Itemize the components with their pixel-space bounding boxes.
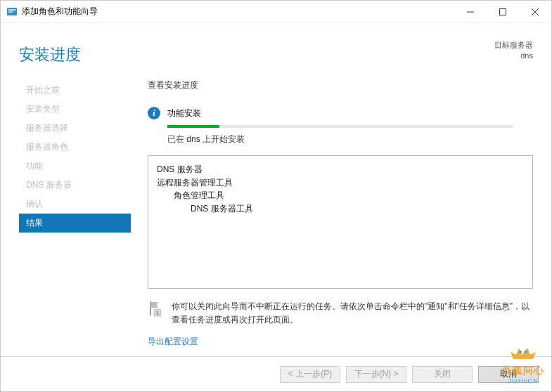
titlebar: 添加角色和功能向导 <box>1 1 551 23</box>
content-pane: 查看安装进度 i 功能安装 已在 dns 上开始安装 DNS 服务器 远程服务器… <box>131 75 533 348</box>
export-config-link[interactable]: 导出配置设置 <box>148 336 198 348</box>
info-icon: i <box>148 107 160 119</box>
page-heading: 安装进度 <box>19 40 81 65</box>
sidebar-item-server-selection: 服务器选择 <box>19 119 131 138</box>
status-row: i 功能安装 <box>148 107 533 119</box>
target-name: dns <box>494 51 533 61</box>
close-wizard-button: 关闭 <box>412 366 473 383</box>
progress-message: 已在 dns 上开始安装 <box>167 133 533 145</box>
flag-icon: 1 <box>148 300 163 317</box>
window-controls <box>454 1 551 22</box>
maximize-button[interactable] <box>487 1 519 22</box>
features-box: DNS 服务器 远程服务器管理工具 角色管理工具 DNS 服务器工具 <box>148 155 533 289</box>
wizard-window: 添加角色和功能向导 安装进度 目标服务器 dns 开始之前 安装类型 服务器选择… <box>0 0 552 392</box>
note-text: 你可以关闭此向导而不中断正在运行的任务。请依次单击命令栏中的"通知"和"任务详细… <box>172 300 533 326</box>
progress-fill <box>167 125 219 128</box>
sidebar-item-before-you-begin: 开始之前 <box>19 81 131 100</box>
feature-dns-server: DNS 服务器 <box>157 163 524 176</box>
progress-bar <box>167 125 513 128</box>
minimize-button[interactable] <box>454 1 487 22</box>
sidebar-item-installation-type: 安装类型 <box>19 100 131 119</box>
header: 安装进度 目标服务器 dns <box>1 23 551 75</box>
app-icon <box>6 6 18 18</box>
svg-rect-1 <box>8 9 15 11</box>
body: 开始之前 安装类型 服务器选择 服务器角色 功能 DNS 服务器 确认 结果 查… <box>1 75 551 348</box>
sidebar-item-dns-server: DNS 服务器 <box>19 176 131 195</box>
svg-point-10 <box>525 351 527 353</box>
target-label: 目标服务器 <box>494 40 533 51</box>
feature-role-admin-tools: 角色管理工具 <box>157 189 524 202</box>
sidebar-item-features: 功能 <box>19 157 131 176</box>
sidebar-item-server-roles: 服务器角色 <box>19 138 131 157</box>
feature-rsat: 远程服务器管理工具 <box>157 176 524 190</box>
sidebar-item-results: 结果 <box>19 214 131 233</box>
svg-rect-4 <box>500 8 506 15</box>
window-title: 添加角色和功能向导 <box>22 6 98 18</box>
svg-rect-2 <box>8 11 13 13</box>
target-info: 目标服务器 dns <box>494 40 533 62</box>
wizard-sidebar: 开始之前 安装类型 服务器选择 服务器角色 功能 DNS 服务器 确认 结果 <box>19 75 131 348</box>
note-row: 1 你可以关闭此向导而不中断正在运行的任务。请依次单击命令栏中的"通知"和"任务… <box>148 300 533 326</box>
section-label: 查看安装进度 <box>148 79 533 91</box>
cancel-button[interactable]: 取消 <box>478 366 539 383</box>
feature-dns-server-tools: DNS 服务器工具 <box>157 202 524 216</box>
svg-point-9 <box>519 351 522 353</box>
status-title: 功能安装 <box>167 107 201 119</box>
sidebar-item-confirmation: 确认 <box>19 195 131 214</box>
next-button: 下一步(N) > <box>346 366 406 383</box>
svg-text:1: 1 <box>156 310 160 316</box>
previous-button: < 上一步(P) <box>280 366 340 383</box>
close-button[interactable] <box>519 1 551 22</box>
footer: < 上一步(P) 下一步(N) > 关闭 取消 <box>1 356 551 391</box>
